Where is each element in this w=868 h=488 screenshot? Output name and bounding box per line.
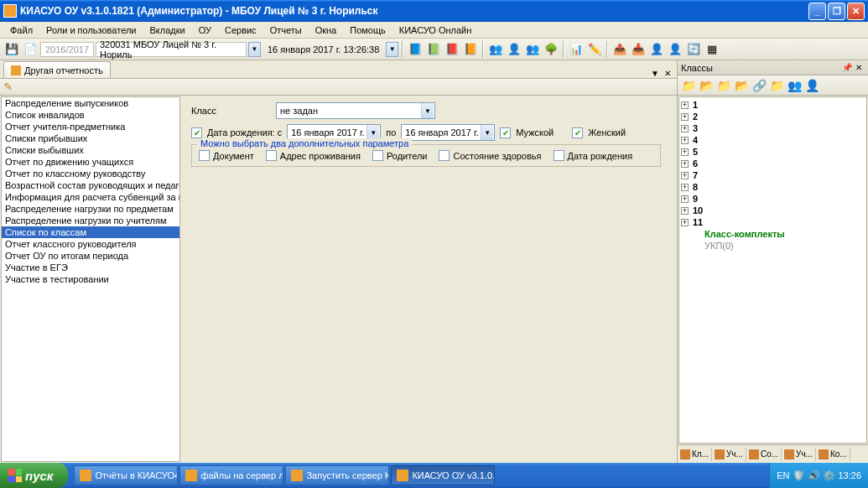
- folder3-icon[interactable]: 📁: [716, 78, 731, 93]
- users2-icon[interactable]: 👤: [506, 41, 522, 58]
- expander-icon[interactable]: +: [681, 207, 689, 215]
- menu-service[interactable]: Сервис: [218, 23, 263, 37]
- users1-icon[interactable]: 👥: [487, 41, 504, 58]
- report-item[interactable]: Отчет классного руководителя: [2, 238, 179, 250]
- tree-node[interactable]: +2: [681, 111, 865, 122]
- expander-icon[interactable]: +: [681, 101, 689, 109]
- export2-icon[interactable]: 📥: [630, 41, 647, 58]
- menu-reports[interactable]: Отчеты: [263, 23, 309, 37]
- report-item[interactable]: Участие в ЕГЭ: [2, 262, 179, 273]
- report-item[interactable]: Отчет ОУ по итогам периода: [2, 250, 179, 262]
- dob-checkbox[interactable]: ✔: [191, 127, 202, 138]
- users-icon[interactable]: 👥: [787, 78, 802, 93]
- tree-node[interactable]: +4: [681, 134, 865, 146]
- school-field[interactable]: 320031 МБОУ Лицей № 3 г. Нориль: [96, 42, 247, 57]
- link-icon[interactable]: 🔗: [751, 78, 767, 93]
- report-item[interactable]: Отчет учителя-предметника: [2, 121, 179, 132]
- lang-indicator[interactable]: EN: [777, 470, 789, 480]
- expander-icon[interactable]: +: [681, 184, 689, 191]
- bottom-tab[interactable]: Кл...: [678, 448, 712, 461]
- tray-icon-1[interactable]: 🛡️: [793, 470, 804, 481]
- tree-node[interactable]: +10: [681, 205, 865, 216]
- param-addr-checkbox[interactable]: [266, 150, 277, 161]
- menu-online[interactable]: КИАСУО Онлайн: [392, 23, 479, 37]
- book4-icon[interactable]: 📙: [462, 41, 479, 58]
- expander-icon[interactable]: +: [681, 137, 689, 144]
- menu-ou[interactable]: ОУ: [192, 23, 218, 37]
- report-item[interactable]: Распределение нагрузки по учителям: [2, 215, 179, 226]
- date-to-select[interactable]: 16 января 2017 г. ▼: [401, 124, 495, 141]
- expander-icon[interactable]: +: [681, 125, 689, 132]
- female-checkbox[interactable]: ✔: [572, 127, 583, 138]
- class-select[interactable]: не задан ▼: [276, 102, 435, 119]
- taskbar-task[interactable]: КИАСУО ОУ v3.1.0....: [391, 465, 495, 485]
- datetime-dropdown-icon[interactable]: ▼: [386, 42, 398, 57]
- close-button[interactable]: ✕: [847, 3, 865, 20]
- menu-windows[interactable]: Окна: [309, 23, 344, 37]
- school-dropdown-icon[interactable]: ▼: [248, 42, 261, 57]
- report-item[interactable]: Информация для расчета субвенций за клас…: [2, 191, 179, 203]
- bottom-tab[interactable]: Со...: [746, 448, 782, 461]
- tree-node[interactable]: +3: [681, 122, 865, 134]
- expander-icon[interactable]: +: [681, 160, 689, 168]
- export1-icon[interactable]: 📤: [611, 41, 628, 58]
- report-item[interactable]: Списки выбывших: [2, 144, 179, 156]
- param-health-checkbox[interactable]: [439, 150, 450, 161]
- tree-kk[interactable]: Класс-комплекты: [704, 228, 865, 240]
- report-item[interactable]: Список инвалидов: [2, 109, 179, 121]
- menu-help[interactable]: Помощь: [343, 23, 392, 37]
- book3-icon[interactable]: 📕: [444, 41, 460, 58]
- param-parents-checkbox[interactable]: [372, 150, 383, 161]
- tab-other-reports[interactable]: Другая отчетность: [3, 61, 111, 78]
- taskbar-task[interactable]: Отчёты в КИАСУО4 ...: [74, 465, 178, 485]
- doc-icon[interactable]: 📄: [22, 41, 39, 58]
- pencil-icon[interactable]: ✎: [3, 80, 17, 94]
- class-tree[interactable]: +1+2+3+4+5+6+7+8+9+10+11Класс-комплектыУ…: [678, 96, 867, 444]
- tree-ukp[interactable]: УКП(0): [704, 240, 865, 252]
- tree-icon[interactable]: 🌳: [543, 41, 559, 58]
- taskbar-task[interactable]: файлы на сервер ли...: [179, 465, 283, 485]
- chart-icon[interactable]: 📊: [568, 41, 585, 58]
- expander-icon[interactable]: +: [681, 219, 689, 226]
- tree-node[interactable]: +9: [681, 193, 865, 205]
- menu-roles[interactable]: Роли и пользователи: [39, 23, 143, 37]
- book2-icon[interactable]: 📗: [425, 41, 442, 58]
- report-item[interactable]: Распределение выпускников: [2, 97, 179, 109]
- pin-icon[interactable]: 📌: [841, 63, 853, 72]
- user-red-icon[interactable]: 👤: [648, 41, 665, 58]
- expander-icon[interactable]: +: [681, 172, 689, 179]
- expander-icon[interactable]: +: [681, 113, 689, 121]
- bottom-tab[interactable]: Уч...: [782, 448, 816, 461]
- grid-icon[interactable]: ▦: [704, 41, 720, 58]
- taskbar-task[interactable]: Запустить сервер К...: [285, 465, 389, 485]
- tree-node[interactable]: +6: [681, 158, 865, 169]
- folder4-icon[interactable]: 📂: [734, 78, 749, 93]
- tab-menu-icon[interactable]: ▼: [648, 69, 662, 78]
- tree-node[interactable]: +8: [681, 181, 865, 193]
- user-icon[interactable]: 👤: [804, 78, 819, 93]
- minimize-button[interactable]: _: [808, 3, 826, 20]
- report-item[interactable]: Отчет по движению учащихся: [2, 156, 179, 168]
- expander-icon[interactable]: +: [681, 195, 689, 203]
- report-item[interactable]: Участие в тестировании: [2, 273, 179, 285]
- tab-close-icon[interactable]: ✕: [662, 69, 673, 78]
- start-button[interactable]: пуск: [0, 463, 68, 488]
- folder1-icon[interactable]: 📁: [681, 78, 696, 93]
- clock[interactable]: 13:26: [838, 470, 861, 480]
- tree-node[interactable]: +1: [681, 99, 865, 111]
- param-dob-checkbox[interactable]: [554, 150, 564, 161]
- expander-icon[interactable]: +: [681, 148, 689, 156]
- report-item[interactable]: Распределение нагрузки по предметам: [2, 203, 179, 215]
- maximize-button[interactable]: ❐: [828, 3, 845, 20]
- tray-icon-2[interactable]: 🔊: [808, 470, 819, 481]
- panel-close-icon[interactable]: ✕: [853, 63, 865, 72]
- folder2-icon[interactable]: 📂: [699, 78, 714, 93]
- book1-icon[interactable]: 📘: [407, 41, 424, 58]
- tree-node[interactable]: +11: [681, 216, 865, 228]
- param-doc-checkbox[interactable]: [199, 150, 210, 161]
- tree-node[interactable]: +5: [681, 146, 865, 158]
- bottom-tab[interactable]: Ко...: [816, 448, 850, 461]
- tree-node[interactable]: +7: [681, 169, 865, 181]
- refresh-icon[interactable]: 🔄: [685, 41, 702, 58]
- report-item[interactable]: Возрастной состав руководящих и педагоги…: [2, 179, 179, 191]
